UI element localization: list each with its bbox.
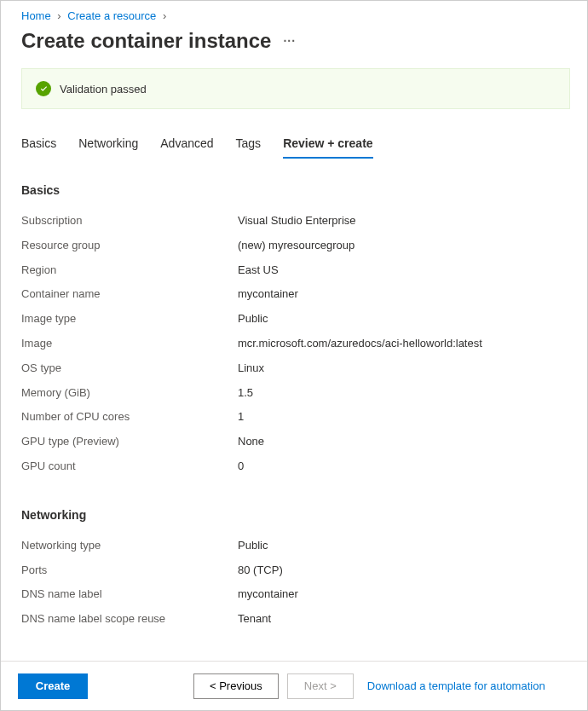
row-memory: Memory (GiB)1.5 [21, 381, 570, 406]
row-cpu-cores: Number of CPU cores1 [21, 405, 570, 430]
page-title-text: Create container instance [21, 29, 271, 53]
row-subscription: SubscriptionVisual Studio Enterprise [21, 209, 570, 234]
breadcrumb-home[interactable]: Home [21, 9, 51, 22]
create-button[interactable]: Create [18, 673, 88, 699]
chevron-right-icon: › [57, 9, 61, 22]
row-dns-scope-reuse: DNS name label scope reuseTenant [21, 607, 570, 632]
section-networking: Networking Networking typePublic Ports80… [21, 508, 570, 632]
row-image: Imagemcr.microsoft.com/azuredocs/aci-hel… [21, 332, 570, 356]
tab-review-create[interactable]: Review + create [283, 133, 372, 159]
breadcrumb: Home › Create a resource › [21, 9, 570, 22]
footer-bar: Create < Previous Next > Download a temp… [1, 661, 587, 710]
row-region: RegionEast US [21, 258, 570, 283]
row-dns-name-label: DNS name labelmycontainer [21, 582, 570, 607]
chevron-right-icon: › [163, 9, 166, 22]
section-basics: Basics SubscriptionVisual Studio Enterpr… [21, 183, 570, 479]
section-title-basics: Basics [21, 183, 570, 197]
tab-tags[interactable]: Tags [236, 133, 262, 159]
row-os-type: OS typeLinux [21, 356, 570, 381]
tab-basics[interactable]: Basics [21, 133, 56, 159]
row-gpu-type: GPU type (Preview)None [21, 430, 570, 454]
download-template-link[interactable]: Download a template for automation [367, 679, 545, 692]
next-button: Next > [287, 673, 354, 699]
row-resource-group: Resource group(new) myresourcegroup [21, 234, 570, 258]
row-image-type: Image typePublic [21, 307, 570, 332]
row-container-name: Container namemycontainer [21, 282, 570, 307]
tabs: Basics Networking Advanced Tags Review +… [21, 133, 570, 159]
section-title-networking: Networking [21, 508, 570, 522]
page-title: Create container instance ··· [21, 29, 570, 53]
previous-button[interactable]: < Previous [193, 673, 279, 699]
tab-advanced[interactable]: Advanced [160, 133, 213, 159]
check-circle-icon [36, 81, 51, 96]
validation-banner: Validation passed [21, 68, 570, 109]
row-gpu-count: GPU count0 [21, 454, 570, 479]
validation-message: Validation passed [60, 83, 147, 95]
breadcrumb-create-resource[interactable]: Create a resource [67, 9, 156, 22]
more-icon[interactable]: ··· [283, 34, 296, 48]
row-networking-type: Networking typePublic [21, 534, 570, 558]
row-ports: Ports80 (TCP) [21, 558, 570, 583]
tab-networking[interactable]: Networking [78, 133, 138, 159]
